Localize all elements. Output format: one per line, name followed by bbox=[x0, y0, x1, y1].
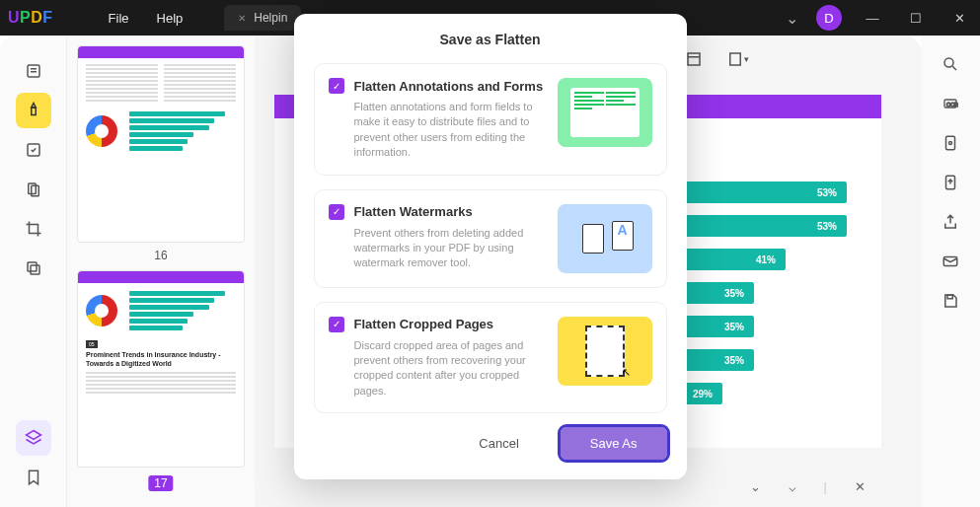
save-as-flatten-dialog: Save as Flatten ✓ Flatten Annotations an… bbox=[294, 14, 687, 479]
option-illustration: ↖ bbox=[558, 317, 652, 386]
option-description: Discard cropped area of pages and preven… bbox=[329, 338, 546, 399]
option-title: Flatten Cropped Pages bbox=[354, 317, 494, 331]
option-title: Flatten Annotations and Forms bbox=[354, 79, 544, 94]
option-illustration: A bbox=[558, 204, 652, 273]
flatten-option-watermarks[interactable]: ✓ Flatten Watermarks Prevent others from… bbox=[314, 189, 667, 288]
modal-overlay: Save as Flatten ✓ Flatten Annotations an… bbox=[0, 0, 980, 507]
option-description: Flatten annotations and form fields to m… bbox=[329, 100, 546, 161]
checkbox-checked-icon[interactable]: ✓ bbox=[329, 204, 344, 220]
option-illustration bbox=[558, 78, 652, 147]
save-as-button[interactable]: Save As bbox=[561, 427, 667, 460]
option-description: Prevent others from deleting added water… bbox=[329, 226, 546, 271]
checkbox-checked-icon[interactable]: ✓ bbox=[329, 317, 344, 332]
flatten-option-cropped[interactable]: ✓ Flatten Cropped Pages Discard cropped … bbox=[314, 302, 667, 414]
checkbox-checked-icon[interactable]: ✓ bbox=[329, 78, 344, 94]
cancel-button[interactable]: Cancel bbox=[449, 427, 548, 460]
dialog-title: Save as Flatten bbox=[314, 32, 667, 47]
option-title: Flatten Watermarks bbox=[354, 204, 473, 219]
flatten-option-annotations[interactable]: ✓ Flatten Annotations and Forms Flatten … bbox=[314, 63, 667, 176]
